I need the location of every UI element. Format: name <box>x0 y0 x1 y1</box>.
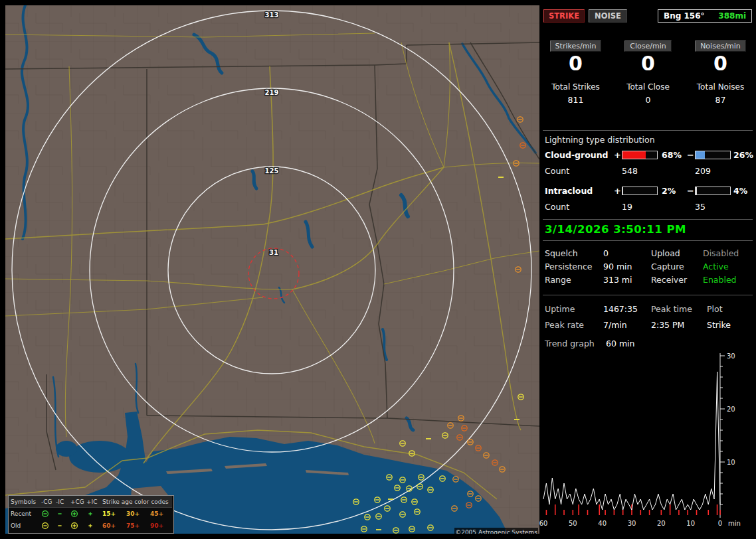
receiver-status: Enabled <box>703 275 737 285</box>
strikes-rate-column: Strikes/min 0 Total Strikes 811 <box>539 38 612 105</box>
app-window: 31321912531 Symbols-CG-IC+CG+ICStrike ag… <box>0 0 756 539</box>
noise-toggle-button[interactable]: NOISE <box>589 9 627 23</box>
legend-m-icon <box>54 522 68 530</box>
legend-age-75+: 75+ <box>124 522 148 529</box>
copyright-text: ©2005 Astrogenic Systems <box>454 528 538 534</box>
range-ring-label: 219 <box>265 89 279 96</box>
trend-y-tick-label: 10 <box>727 459 735 466</box>
cg-negative-count: 209 <box>695 166 711 176</box>
uptime-label: Uptime <box>545 304 575 314</box>
cg-positive-fill <box>622 151 646 159</box>
lake-pontchartrain <box>69 441 130 473</box>
intracloud-label: Intracloud <box>545 186 593 196</box>
cg-negative-bar <box>695 151 731 159</box>
ic-positive-count: 19 <box>622 202 632 212</box>
cloud-ground-count-row: Count 548 209 <box>539 166 756 177</box>
legend-cm-icon <box>39 522 54 530</box>
trend-header-row: Trend graph 60 min <box>539 339 756 352</box>
trend-y-tick-label: 20 <box>727 406 735 413</box>
cloud-ground-row: Cloud-ground + 68% − 26% <box>539 150 756 161</box>
distribution-title: Lightning type distribution <box>545 135 655 145</box>
legend-cm-icon <box>39 510 54 518</box>
stats-row: Uptime 1467:35 Peak time Plot <box>539 304 756 317</box>
intracloud-row: Intracloud + 2% − 4% <box>539 186 756 196</box>
legend-age-90+: 90+ <box>148 522 172 529</box>
legend-symbol-col-1: -IC <box>54 496 68 508</box>
divider <box>543 130 753 131</box>
trend-x-tick-label: 10 <box>686 520 695 527</box>
noises-per-min-value: 0 <box>684 54 756 74</box>
total-strikes-label: Total Strikes <box>539 82 612 92</box>
cg-positive-count: 548 <box>622 166 638 176</box>
settings-row: Range 313 mi Receiver Enabled <box>539 275 756 288</box>
legend-symbol-col-3: +IC <box>84 496 100 508</box>
trend-x-tick-label: 60 <box>539 520 547 527</box>
legend-row-label: Recent <box>9 510 39 517</box>
total-noises-label: Total Noises <box>684 82 756 92</box>
intracloud-count-row: Count 19 35 <box>539 202 756 212</box>
range-value: 388mi <box>718 11 746 21</box>
receiver-label: Receiver <box>651 275 687 285</box>
total-noises-value: 87 <box>684 95 756 105</box>
minus-sign: − <box>687 150 694 160</box>
uptime-value: 1467:35 <box>603 304 638 314</box>
plus-sign: + <box>614 186 621 196</box>
legend-symbol-col-2: +CG <box>68 496 84 508</box>
legend-symbol-col-0: -CG <box>39 496 54 508</box>
trend-window-value: 60 min <box>606 339 634 348</box>
map-canvas: 31321912531 <box>5 5 539 534</box>
total-strikes-value: 811 <box>539 95 612 105</box>
trend-x-tick-label: 20 <box>657 520 666 527</box>
cg-negative-pct: 26% <box>733 150 753 160</box>
cg-positive-pct: 68% <box>662 150 682 160</box>
legend-grid: Symbols-CG-IC+CG+ICStrike age color code… <box>9 496 173 532</box>
peak-rate-value: 7/min <box>603 320 627 330</box>
ic-positive-bar <box>622 187 658 195</box>
map-legend: Symbols-CG-IC+CG+ICStrike age color code… <box>8 495 174 534</box>
status-panel: STRIKE NOISE Bng 156° 388mi Strikes/min … <box>539 0 756 539</box>
ic-positive-fill <box>622 187 623 194</box>
legend-age-header: Strike age color codes <box>100 496 172 508</box>
strikes-per-min-chip: Strikes/min <box>550 40 602 52</box>
squelch-value: 0 <box>603 248 609 258</box>
close-per-min-value: 0 <box>612 54 684 74</box>
cg-positive-bar <box>622 151 658 159</box>
legend-cp-icon <box>68 522 84 530</box>
legend-age-60+: 60+ <box>100 522 124 529</box>
trend-x-tick-label: 0 <box>718 520 722 527</box>
legend-p-icon <box>84 510 100 518</box>
bearing-range-display: Bng 156° 388mi <box>658 9 752 23</box>
lightning-map[interactable]: 31321912531 Symbols-CG-IC+CG+ICStrike ag… <box>5 5 539 534</box>
capture-label: Capture <box>651 262 684 271</box>
divider <box>543 219 753 220</box>
trend-x-tick-label: 30 <box>628 520 636 527</box>
legend-age-45+: 45+ <box>148 510 172 517</box>
cg-negative-fill <box>696 151 705 159</box>
legend-p-icon <box>84 522 100 530</box>
trend-x-tick-label: 40 <box>598 520 607 527</box>
noises-per-min-chip: Noises/min <box>695 40 746 52</box>
settings-row: Squelch 0 Upload Disabled <box>539 248 756 262</box>
upload-label: Upload <box>651 248 680 258</box>
trend-strike-trace <box>543 372 720 510</box>
settings-row: Persistence 90 min Capture Active <box>539 262 756 275</box>
legend-age-30+: 30+ <box>124 510 148 517</box>
trend-graph-label: Trend graph <box>545 339 595 348</box>
plot-type-value: Strike <box>707 320 731 330</box>
divider <box>543 240 753 241</box>
ic-negative-count: 35 <box>695 202 706 212</box>
close-rate-column: Close/min 0 Total Close 0 <box>612 38 684 105</box>
plus-sign: + <box>614 150 621 160</box>
trend-graph: 1020306050403020100min <box>539 350 756 536</box>
legend-symbols-header: Symbols <box>9 496 39 508</box>
strike-toggle-button[interactable]: STRIKE <box>543 9 585 23</box>
capture-status: Active <box>703 262 729 271</box>
peak-rate-label: Peak rate <box>545 320 584 330</box>
stats-row: Peak rate 7/min 2:35 PM Strike <box>539 320 756 333</box>
ic-positive-pct: 2% <box>662 186 676 196</box>
minus-sign: − <box>687 186 694 196</box>
noises-rate-column: Noises/min 0 Total Noises 87 <box>684 38 756 105</box>
count-label: Count <box>545 166 569 176</box>
lake-maurepas <box>56 441 77 457</box>
peak-time-value: 2:35 PM <box>651 320 684 330</box>
